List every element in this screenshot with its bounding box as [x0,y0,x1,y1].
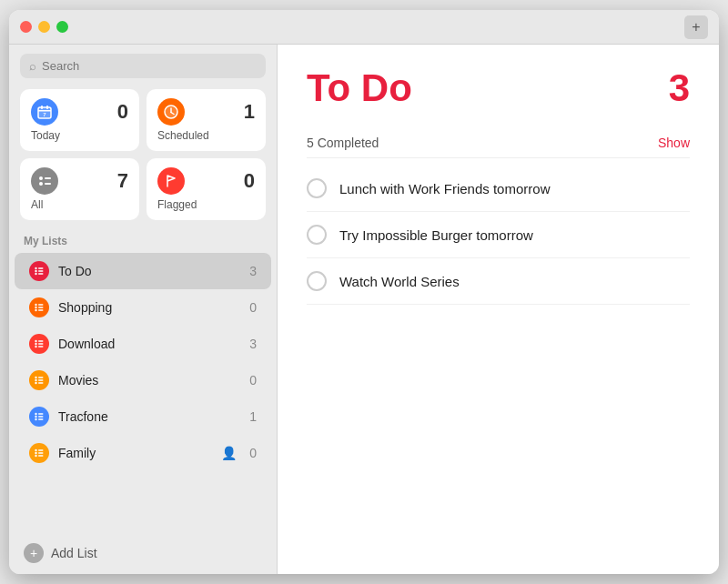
svg-point-43 [35,452,36,454]
task-checkbox-2[interactable] [307,225,327,245]
svg-rect-21 [38,304,44,306]
svg-rect-27 [38,340,44,342]
title-bar: + [9,10,719,45]
minimize-button[interactable] [38,21,50,33]
svg-rect-28 [38,343,44,345]
today-count: 0 [117,102,128,122]
svg-point-31 [35,379,36,381]
svg-rect-1 [41,106,43,109]
download-name: Download [58,337,240,351]
add-reminder-button[interactable]: + [684,15,708,39]
main-header: To Do 3 [307,66,690,110]
svg-point-13 [35,270,36,272]
flagged-label: Flagged [157,198,255,211]
svg-point-20 [35,309,36,311]
shopping-dot [29,297,49,317]
svg-rect-33 [38,377,44,378]
completed-row: 5 Completed Show [307,128,690,158]
content-area: ⌕ 7 [9,45,719,574]
svg-point-25 [35,343,36,345]
svg-point-44 [35,455,36,457]
search-input[interactable] [42,59,257,73]
smart-lists-grid: 7 0 Today [9,89,277,231]
svg-rect-46 [38,452,44,454]
sidebar-item-tracfone[interactable]: Tracfone 1 [15,398,271,435]
smart-list-all[interactable]: 7 All [20,158,139,220]
my-lists: To Do 3 Shoppin [9,253,277,532]
tracfone-name: Tracfone [58,409,240,424]
scheduled-count: 1 [244,102,255,122]
search-bar[interactable]: ⌕ [20,54,266,78]
svg-point-26 [35,346,36,347]
all-label: All [31,198,128,211]
svg-rect-35 [38,382,44,384]
task-text-2: Try Impossible Burger tomorrow [339,227,533,243]
svg-rect-15 [38,267,44,269]
task-text-3: Watch World Series [339,274,460,289]
flagged-icon [157,167,185,195]
task-checkbox-3[interactable] [307,271,327,291]
svg-point-18 [35,304,36,306]
maximize-button[interactable] [56,21,68,33]
sidebar-item-todo[interactable]: To Do 3 [15,253,271,289]
download-dot [29,334,49,354]
task-item-1: Lunch with Work Friends tomorrow [307,166,690,212]
svg-rect-11 [45,183,51,185]
movies-dot [29,370,49,390]
main-title: To Do [307,66,412,110]
task-item-3: Watch World Series [307,258,690,305]
family-count: 0 [249,446,257,460]
svg-rect-41 [38,418,44,420]
svg-point-37 [35,416,36,418]
svg-rect-22 [38,307,44,308]
shared-icon: 👤 [221,446,237,460]
svg-point-8 [39,176,43,180]
svg-point-38 [35,418,36,420]
svg-rect-45 [38,449,44,451]
add-list-icon: + [24,543,44,563]
svg-rect-34 [38,379,44,381]
svg-rect-16 [38,270,44,272]
add-list-label: Add List [51,546,97,560]
show-completed-button[interactable]: Show [658,136,690,150]
task-text-1: Lunch with Work Friends tomorrow [339,181,550,196]
sidebar-item-family[interactable]: Family 👤 0 [15,435,271,471]
svg-rect-23 [38,309,44,311]
todo-name: To Do [58,264,240,278]
todo-dot [29,261,49,281]
sidebar-item-movies[interactable]: Movies 0 [15,362,271,398]
svg-rect-39 [38,413,44,415]
today-icon: 7 [31,98,58,126]
svg-point-30 [35,377,36,378]
task-checkbox-1[interactable] [307,178,327,198]
smart-list-scheduled[interactable]: 1 Scheduled [147,89,266,151]
movies-count: 0 [249,373,257,388]
svg-rect-47 [38,455,44,457]
svg-point-12 [35,267,36,269]
svg-rect-17 [38,273,44,275]
download-count: 3 [249,337,257,351]
shopping-name: Shopping [58,300,240,315]
svg-point-36 [35,413,36,415]
sidebar-item-shopping[interactable]: Shopping 0 [15,289,271,326]
close-button[interactable] [20,21,32,33]
svg-point-19 [35,307,36,308]
add-list-button[interactable]: + Add List [9,532,277,574]
tracfone-dot [29,407,49,427]
svg-rect-29 [38,346,44,347]
family-name: Family [58,446,212,460]
smart-list-today[interactable]: 7 0 Today [20,89,139,151]
smart-list-flagged[interactable]: 0 Flagged [147,158,266,220]
app-window: + ⌕ [9,10,719,574]
svg-rect-40 [38,416,44,418]
task-item-2: Try Impossible Burger tomorrow [307,212,690,258]
main-task-count: 3 [669,66,690,110]
today-label: Today [31,129,128,142]
tracfone-count: 1 [249,409,257,424]
all-icon [31,167,58,195]
svg-point-24 [35,340,36,342]
scheduled-label: Scheduled [157,129,255,142]
search-icon: ⌕ [29,59,36,73]
sidebar-item-download[interactable]: Download 3 [15,326,271,362]
traffic-lights [20,21,68,33]
